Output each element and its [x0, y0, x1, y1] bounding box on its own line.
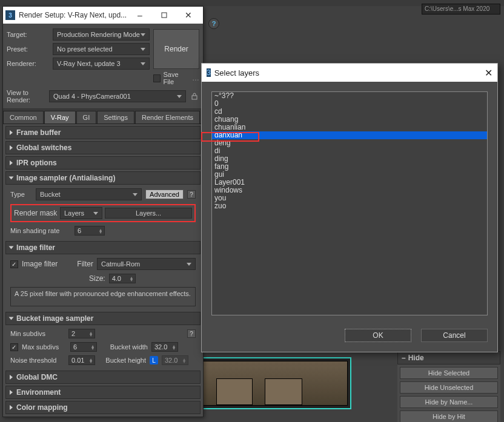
close-button[interactable]: ✕ [176, 7, 201, 24]
window-title: Render Setup: V-Ray Next, upd... [19, 11, 128, 19]
bucket-width-spinner[interactable]: 32.0 [151, 342, 178, 352]
rollout-bucket-sampler[interactable]: Bucket image sampler [5, 312, 201, 325]
layer-item[interactable]: cd [212, 108, 487, 116]
bucket-height-label: Bucket height [99, 357, 146, 364]
hide-title: Hide [408, 354, 424, 362]
rollout-image-sampler[interactable]: Image sampler (Antialiasing) [5, 171, 201, 185]
layer-item[interactable]: fang [212, 163, 487, 171]
select-layers-title: Select layers [214, 68, 485, 77]
layers-listbox[interactable]: ~°3??0cdchuangchuanliandanxuandengdiding… [211, 91, 488, 315]
rollout-global-switches[interactable]: Global switches [5, 141, 201, 154]
hide-unselected-button[interactable]: Hide Unselected [400, 381, 498, 394]
hide-rollout-header[interactable]: – Hide [397, 351, 500, 364]
layer-item[interactable]: gui [212, 171, 487, 179]
close-icon[interactable]: ✕ [485, 67, 492, 79]
view-to-render-dropdown[interactable]: Quad 4 - PhysCamera001 [49, 90, 186, 102]
project-path-field[interactable]: C:\Users\e...s Max 2020 [422, 4, 500, 15]
type-label: Type [10, 191, 32, 198]
preset-dropdown[interactable]: No preset selected [53, 43, 150, 55]
renderer-value: V-Ray Next, update 3 [57, 60, 121, 67]
tab-settings[interactable]: Settings [97, 111, 134, 124]
layer-item[interactable]: zuo [212, 202, 487, 210]
target-value: Production Rendering Mode [57, 31, 140, 38]
max-subdivs-label: Max subdivs [22, 343, 67, 351]
hide-by-hit-button[interactable]: Hide by Hit [400, 410, 498, 422]
layer-item[interactable]: chuanlian [212, 124, 487, 131]
select-layers-titlebar[interactable]: 3 Select layers ✕ [202, 64, 497, 82]
filter-type-value: Catmull-Rom [101, 260, 140, 268]
layer-item[interactable]: di [212, 147, 487, 155]
minimize-button[interactable]: – [128, 7, 152, 24]
min-shading-rate-spinner[interactable]: 6 [75, 226, 105, 236]
help-icon[interactable]: ? [208, 18, 219, 29]
advanced-button[interactable]: Advanced [145, 190, 184, 199]
rollout-ipr-options[interactable]: IPR options [5, 156, 201, 170]
min-shading-rate-value: 6 [78, 227, 81, 234]
render-setup-window: 3 Render Setup: V-Ray Next, upd... – ✕ T… [2, 6, 204, 417]
hide-by-name-button[interactable]: Hide by Name... [400, 396, 498, 408]
layer-item[interactable]: chuang [212, 116, 487, 124]
noise-threshold-label: Noise threshold [10, 357, 65, 364]
minus-icon: – [402, 354, 406, 362]
tab-gi[interactable]: GI [76, 111, 97, 124]
rollout-image-filter-title: Image filter [16, 243, 55, 252]
save-file-label: Save File [163, 71, 190, 85]
save-file-checkbox[interactable] [153, 74, 161, 82]
bucket-height-value: 32.0 [165, 357, 177, 364]
maximize-button[interactable] [152, 7, 176, 24]
hide-selected-button[interactable]: Hide Selected [400, 367, 498, 379]
renderer-dropdown[interactable]: V-Ray Next, update 3 [53, 58, 150, 70]
sampler-type-dropdown[interactable]: Bucket [36, 188, 142, 200]
tab-vray[interactable]: V-Ray [44, 111, 76, 124]
ok-button[interactable]: OK [345, 329, 411, 342]
render-mask-dropdown[interactable]: Layers [60, 207, 102, 219]
rollout-image-filter[interactable]: Image filter [5, 241, 201, 254]
max-subdivs-checkbox[interactable] [10, 343, 18, 351]
cancel-button[interactable]: Cancel [421, 329, 488, 342]
max-subdivs-value: 6 [73, 343, 77, 351]
rollout-environment[interactable]: Environment [5, 386, 201, 399]
help-icon[interactable]: ? [187, 190, 196, 199]
target-dropdown[interactable]: Production Rendering Mode [53, 28, 150, 41]
lock-aspect-icon[interactable]: L [150, 356, 158, 364]
layer-item[interactable]: 0 [212, 100, 487, 108]
filter-size-value: 4.0 [112, 275, 121, 282]
rollout-bucket-sampler-title: Bucket image sampler [16, 314, 93, 323]
layers-button[interactable]: Layers... [105, 208, 192, 219]
noise-threshold-spinner[interactable]: 0.01 [68, 355, 95, 365]
bucket-height-spinner: 32.0 [162, 355, 188, 365]
layer-item[interactable]: windows [212, 186, 487, 194]
layer-item[interactable]: Layer001 [212, 179, 487, 186]
tab-common[interactable]: Common [3, 111, 44, 124]
min-subdivs-spinner[interactable]: 2 [68, 329, 95, 338]
filter-description: A 25 pixel filter with pronounced edge e… [10, 287, 196, 306]
rollout-frame-buffer[interactable]: Frame buffer [5, 126, 201, 139]
app-icon: 3 [5, 10, 15, 20]
max-subdivs-spinner[interactable]: 6 [70, 342, 97, 352]
view-to-render-label: View to Render: [7, 89, 45, 104]
renderer-label: Renderer: [7, 60, 49, 67]
rollout-global-dmc[interactable]: Global DMC [5, 371, 201, 384]
help-icon[interactable]: ? [187, 329, 196, 338]
layer-item[interactable]: ~°3?? [212, 92, 487, 100]
layer-item[interactable]: danxuan [212, 131, 487, 139]
scene-object [265, 378, 302, 405]
render-button[interactable]: Render [153, 29, 199, 69]
render-mask-value: Layers [64, 209, 84, 217]
lock-icon[interactable] [190, 91, 199, 101]
ellipsis-icon[interactable]: … [192, 74, 199, 82]
rollout-color-mapping-title: Color mapping [16, 403, 68, 412]
layer-item[interactable]: deng [212, 139, 487, 147]
filter-size-spinner[interactable]: 4.0 [109, 274, 136, 283]
rollout-color-mapping[interactable]: Color mapping [5, 401, 201, 414]
bucket-width-label: Bucket width [101, 343, 148, 351]
image-filter-checkbox-label: Image filter [22, 260, 70, 268]
layer-item[interactable]: you [212, 194, 487, 202]
render-setup-titlebar[interactable]: 3 Render Setup: V-Ray Next, upd... – ✕ [3, 7, 203, 24]
image-filter-checkbox[interactable] [10, 260, 18, 268]
filter-type-dropdown[interactable]: Catmull-Rom [97, 258, 196, 270]
tab-render-elements[interactable]: Render Elements [135, 111, 200, 124]
svg-rect-1 [192, 96, 197, 99]
filter-label: Filter [74, 260, 93, 268]
layer-item[interactable]: ding [212, 155, 487, 163]
